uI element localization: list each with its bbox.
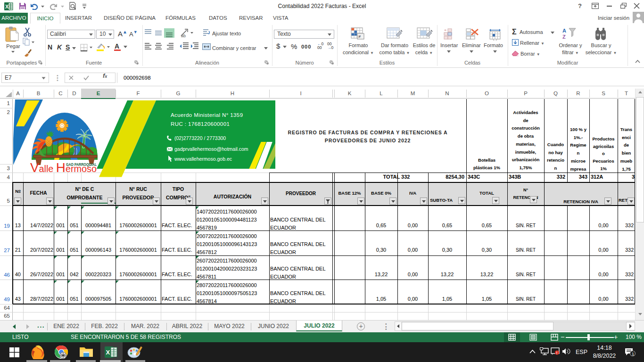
svg-text:Z: Z xyxy=(562,34,566,40)
svg-text:(02)2773220 / 2773300: (02)2773220 / 2773300 xyxy=(174,135,226,141)
svg-text:A: A xyxy=(562,28,566,33)
svg-text:RUC : 1768120600001: RUC : 1768120600001 xyxy=(171,121,230,127)
svg-text:gadprvallehermoso@hotmail.com: gadprvallehermoso@hotmail.com xyxy=(174,146,248,152)
svg-text:Acuerdo Ministerial N° 1359: Acuerdo Ministerial N° 1359 xyxy=(171,112,243,118)
svg-text:!: ! xyxy=(556,351,558,355)
svg-text:www.vallehermoso.gob.ec: www.vallehermoso.gob.ec xyxy=(174,156,232,162)
svg-text:X: X xyxy=(106,349,110,356)
svg-text:ab: ab xyxy=(181,33,186,38)
svg-text:1: 1 xyxy=(632,352,634,356)
svg-text:≠: ≠ xyxy=(358,34,361,39)
